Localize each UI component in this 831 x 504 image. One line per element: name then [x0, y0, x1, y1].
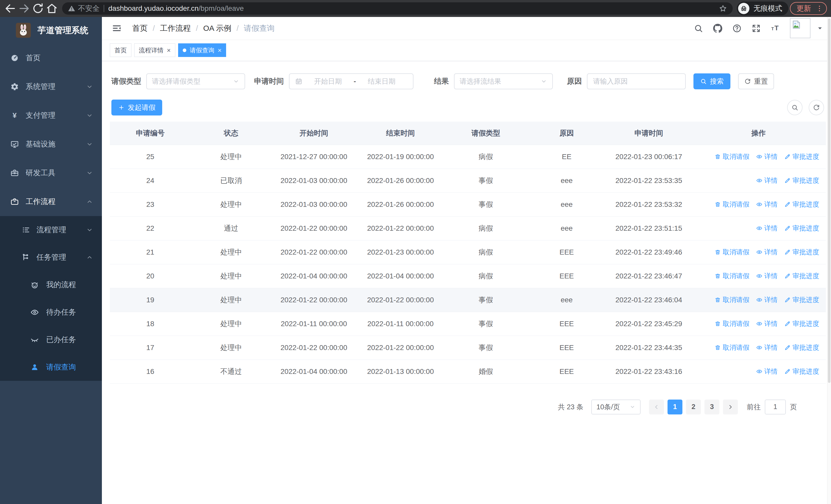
cell-apply-time: 2022-01-22 23:53:32: [606, 192, 691, 216]
approval-progress-link[interactable]: 审批进度: [784, 343, 819, 352]
approval-progress-link[interactable]: 审批进度: [784, 319, 819, 328]
table-header-col-2: 开始时间: [271, 122, 356, 145]
sidebar-collapse-icon[interactable]: [112, 23, 122, 33]
breadcrumb-item[interactable]: OA 示例: [203, 23, 231, 34]
detail-link[interactable]: 详情: [756, 152, 778, 161]
page-button-1[interactable]: 1: [667, 399, 682, 414]
sidebar-item-payment[interactable]: ¥支付管理: [0, 101, 102, 130]
browser-forward-icon[interactable]: [18, 2, 30, 14]
tab-process-detail[interactable]: 流程详情×: [134, 43, 175, 57]
address-bar[interactable]: 不安全 dashboard.yudao.iocoder.cn/bpm/oa/le…: [62, 2, 733, 14]
detail-link[interactable]: 详情: [756, 319, 778, 328]
end-date-input[interactable]: 结束日期: [356, 77, 407, 86]
detail-link[interactable]: 详情: [756, 224, 778, 233]
list-icon: [22, 226, 30, 234]
approval-progress-link[interactable]: 审批进度: [784, 295, 819, 304]
search-button[interactable]: 搜索: [693, 73, 730, 89]
tab-home[interactable]: 首页: [110, 43, 132, 57]
tab-leave-query[interactable]: 请假查询×: [178, 43, 226, 57]
cell-end-time: 2022-01-22 00:00:00: [356, 216, 445, 240]
approval-progress-link[interactable]: 审批进度: [784, 367, 819, 376]
sidebar-item-dev-tools[interactable]: 研发工具: [0, 158, 102, 187]
detail-link[interactable]: 详情: [756, 176, 778, 185]
sidebar-item-task-mgmt[interactable]: 任务管理: [0, 243, 102, 271]
approval-progress-link[interactable]: 审批进度: [784, 248, 819, 257]
tab-close-icon[interactable]: ×: [167, 47, 171, 54]
sidebar-item-infrastructure[interactable]: 基础设施: [0, 130, 102, 158]
approval-progress-link[interactable]: 审批进度: [784, 224, 819, 233]
detail-link[interactable]: 详情: [756, 248, 778, 257]
approval-progress-link[interactable]: 审批进度: [784, 271, 819, 280]
sidebar-item-my-process[interactable]: 我的流程: [0, 271, 102, 298]
user-avatar[interactable]: [790, 18, 810, 38]
approval-progress-link[interactable]: 审批进度: [784, 176, 819, 185]
page-button-2[interactable]: 2: [686, 399, 701, 414]
cell-start-time: 2022-01-22 00:00:00: [271, 240, 356, 264]
header-search-icon[interactable]: [694, 24, 703, 33]
cancel-leave-link[interactable]: 取消请假: [715, 343, 749, 352]
cell-id: 21: [110, 240, 191, 264]
sidebar-item-label: 系统管理: [26, 82, 55, 92]
approval-progress-link[interactable]: 审批进度: [784, 152, 819, 161]
user-menu-caret-icon[interactable]: [816, 25, 823, 32]
cancel-leave-link[interactable]: 取消请假: [715, 152, 749, 161]
browser-menu-icon[interactable]: [815, 5, 823, 12]
start-date-input[interactable]: 开始日期: [302, 77, 354, 86]
detail-link[interactable]: 详情: [756, 271, 778, 280]
breadcrumb-item[interactable]: 工作流程: [160, 23, 191, 34]
next-page-button[interactable]: [723, 399, 738, 414]
bookmark-star-icon[interactable]: [719, 4, 727, 12]
apply-time-range-picker[interactable]: 开始日期 - 结束日期: [289, 73, 413, 89]
sidebar-item-workflow[interactable]: 工作流程: [0, 187, 102, 216]
cancel-leave-link[interactable]: 取消请假: [715, 248, 749, 257]
reason-input[interactable]: 请输入原因: [587, 73, 686, 89]
result-select[interactable]: 请选择流结果: [454, 73, 553, 89]
page-button-3[interactable]: 3: [705, 399, 719, 414]
cell-actions: 取消请假详情审批进度: [691, 312, 826, 336]
leave-type-select[interactable]: 请选择请假类型: [146, 73, 245, 89]
page-scrollbar[interactable]: [827, 17, 831, 504]
detail-link[interactable]: 详情: [756, 343, 778, 352]
reset-button[interactable]: 重置: [738, 73, 774, 89]
top-navbar: 首页/工作流程/OA 示例/请假查询 TT: [102, 17, 831, 39]
cancel-leave-link[interactable]: 取消请假: [715, 319, 749, 328]
browser-update-button[interactable]: 更新: [790, 2, 827, 15]
not-secure-warning-icon[interactable]: [68, 5, 76, 12]
incognito-icon: [740, 5, 748, 12]
fullscreen-icon[interactable]: [751, 24, 761, 33]
cancel-leave-link[interactable]: 取消请假: [715, 200, 749, 209]
sidebar-logo[interactable]: 芋道管理系统: [0, 17, 102, 43]
tab-close-icon[interactable]: ×: [218, 47, 222, 54]
prev-page-button[interactable]: [649, 399, 664, 414]
help-icon[interactable]: [732, 24, 742, 33]
sidebar-item-done-tasks[interactable]: 已办任务: [0, 326, 102, 353]
detail-link-label: 详情: [764, 295, 778, 304]
breadcrumb-item[interactable]: 首页: [132, 23, 148, 34]
browser-reload-icon[interactable]: [32, 2, 44, 14]
sidebar-item-process-mgmt[interactable]: 流程管理: [0, 216, 102, 243]
approval-progress-link-label: 审批进度: [793, 248, 819, 257]
font-size-icon[interactable]: TT: [771, 24, 780, 33]
goto-label: 前往: [747, 403, 761, 412]
detail-link[interactable]: 详情: [756, 295, 778, 304]
cancel-leave-link[interactable]: 取消请假: [715, 295, 749, 304]
detail-link[interactable]: 详情: [756, 200, 778, 209]
scrollbar-thumb[interactable]: [828, 19, 830, 383]
github-icon[interactable]: [713, 24, 722, 33]
create-leave-button[interactable]: 发起请假: [111, 99, 162, 116]
detail-link[interactable]: 详情: [756, 367, 778, 376]
page-size-select[interactable]: 10条/页: [591, 399, 640, 414]
browser-home-icon[interactable]: [46, 2, 58, 14]
toggle-search-button[interactable]: [787, 100, 803, 115]
sidebar-item-home[interactable]: 首页: [0, 43, 102, 72]
approval-progress-link[interactable]: 审批进度: [784, 200, 819, 209]
sidebar-item-system[interactable]: 系统管理: [0, 72, 102, 101]
cancel-leave-link[interactable]: 取消请假: [715, 271, 749, 280]
goto-page-input[interactable]: 1: [765, 399, 786, 414]
browser-back-icon[interactable]: [4, 2, 17, 14]
sidebar-item-leave-query[interactable]: 请假查询: [0, 353, 102, 381]
refresh-table-button[interactable]: [809, 100, 824, 115]
sidebar-item-todo-tasks[interactable]: 待办任务: [0, 298, 102, 326]
cell-end-time: 2022-01-22 00:00:00: [356, 336, 445, 359]
url-path: /bpm/oa/leave: [199, 4, 244, 12]
